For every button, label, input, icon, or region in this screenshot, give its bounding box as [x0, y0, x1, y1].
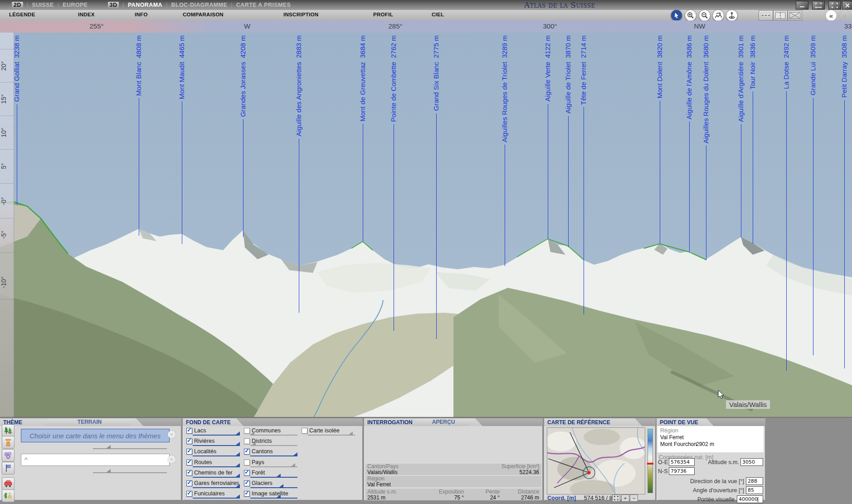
menu-légende[interactable]: LÉGENDE	[9, 12, 35, 17]
zoom-out-button[interactable]	[699, 10, 711, 21]
layer-opacity-slider[interactable]	[250, 466, 297, 467]
layer-checkbox[interactable]	[302, 428, 307, 434]
slider-handle[interactable]	[236, 431, 240, 435]
theme-icon-forest[interactable]	[2, 424, 15, 437]
layer-opacity-slider[interactable]	[193, 456, 240, 456]
layer-checkbox[interactable]	[186, 428, 192, 434]
slider-handle[interactable]	[236, 474, 240, 477]
slider-handle[interactable]	[252, 442, 256, 445]
history-forward-button[interactable]: »	[839, 10, 851, 21]
close-button[interactable]	[842, 1, 852, 10]
history-back-button[interactable]: «	[825, 10, 837, 21]
slider-handle[interactable]	[236, 484, 240, 487]
mode-carte-a-prismes[interactable]: CARTE A PRISMES	[236, 2, 291, 8]
theme-icon-communication[interactable]	[2, 489, 15, 502]
layer-opacity-slider[interactable]	[250, 435, 297, 436]
layer-opacity-slider[interactable]	[193, 498, 240, 499]
layer-opacity-slider[interactable]	[193, 435, 240, 436]
layer-opacity-slider[interactable]	[250, 456, 297, 456]
direction-input[interactable]: 288	[746, 477, 763, 485]
menu-comparaison[interactable]: COMPARAISON	[183, 12, 224, 17]
viewpoint-eye-button[interactable]	[726, 10, 738, 21]
tab-interrogation[interactable]: INTERROGATION	[367, 419, 413, 426]
layer-checkbox[interactable]	[186, 470, 192, 476]
slider-handle[interactable]	[107, 445, 111, 448]
theme-slider-1[interactable]	[93, 448, 167, 449]
layer-checkbox[interactable]	[186, 491, 192, 497]
close-view-button[interactable]	[788, 10, 802, 20]
layer-opacity-slider[interactable]	[250, 487, 297, 488]
tab-terrain[interactable]: TERRAIN	[43, 418, 136, 426]
slider-handle[interactable]	[349, 431, 353, 435]
layer-checkbox[interactable]	[244, 491, 250, 497]
slider-handle[interactable]	[236, 442, 240, 445]
slider-handle[interactable]	[236, 463, 240, 466]
menu-index[interactable]: INDEX	[78, 12, 95, 17]
ns-input[interactable]: 79736	[669, 467, 695, 475]
layer-checkbox[interactable]	[244, 460, 250, 465]
slider-handle[interactable]	[236, 452, 240, 456]
single-view-layout-button[interactable]	[759, 10, 773, 20]
slider-handle[interactable]	[277, 474, 281, 477]
slider-handle[interactable]	[107, 469, 111, 472]
pointer-tool-button[interactable]	[671, 10, 682, 21]
layer-checkbox[interactable]	[186, 449, 192, 455]
theme-icon-tourism[interactable]	[2, 436, 15, 449]
slider-handle[interactable]	[277, 494, 281, 498]
layer-checkbox[interactable]	[186, 480, 192, 486]
layer-opacity-slider[interactable]	[308, 435, 355, 436]
visual-range-input[interactable]: 400000	[737, 495, 763, 503]
layer-checkbox[interactable]	[244, 449, 250, 455]
theme-search-input[interactable]: ^	[21, 454, 170, 466]
mode-bloc-diagramme[interactable]: BLOC-DIAGRAMME	[171, 2, 228, 8]
mode-panorama[interactable]: PANORAMA	[128, 2, 162, 8]
layer-opacity-slider[interactable]	[193, 477, 240, 478]
menu-info[interactable]: INFO	[135, 12, 148, 17]
restore-button[interactable]	[828, 1, 841, 10]
menu-inscription[interactable]: INSCRIPTION	[283, 12, 318, 17]
layer-opacity-slider[interactable]	[250, 477, 297, 478]
slider-handle[interactable]	[279, 484, 283, 487]
menu-ciel[interactable]: CIEL	[432, 12, 444, 17]
maximize-button[interactable]	[812, 1, 825, 10]
layer-opacity-slider[interactable]	[193, 466, 240, 467]
clear-search-button[interactable]: ×	[168, 456, 175, 463]
oe-input[interactable]: 576354	[669, 458, 695, 466]
layer-opacity-slider[interactable]	[250, 498, 297, 499]
panorama-3d-view[interactable]	[0, 33, 852, 417]
mode-europe[interactable]: EUROPE	[63, 2, 88, 8]
layer-opacity-slider[interactable]	[250, 445, 297, 446]
layer-checkbox[interactable]	[244, 470, 250, 476]
tab-apercu[interactable]: APERÇU	[412, 418, 475, 426]
mode-suisse[interactable]: SUISSE	[32, 2, 54, 8]
map-zoom-out-button[interactable]: −	[630, 494, 638, 502]
split-view-layout-button[interactable]	[773, 10, 788, 20]
layer-checkbox[interactable]	[244, 428, 250, 434]
theme-icon-politics[interactable]	[2, 462, 15, 475]
slider-handle[interactable]	[236, 494, 240, 498]
menu-profil[interactable]: PROFIL	[373, 12, 393, 17]
layer-checkbox[interactable]	[244, 438, 250, 444]
aperture-input[interactable]: 85	[746, 486, 763, 494]
theme-slider-2[interactable]	[93, 472, 167, 473]
layer-opacity-slider[interactable]	[193, 487, 240, 488]
map-zoom-in-button[interactable]: +	[621, 494, 629, 502]
layer-checkbox[interactable]	[186, 438, 192, 444]
altitude-input[interactable]: 3050	[740, 458, 763, 466]
layer-checkbox[interactable]	[244, 480, 250, 486]
layer-opacity-slider[interactable]	[193, 445, 240, 446]
minimize-button[interactable]	[796, 1, 808, 10]
theme-select-field[interactable]: Choisir une carte dans le menu des thème…	[21, 429, 170, 442]
theme-icon-transport[interactable]	[2, 477, 15, 490]
clear-theme-button[interactable]: ×	[168, 431, 175, 438]
redraw-view-button[interactable]	[712, 10, 724, 21]
reference-minimap[interactable]	[547, 427, 645, 494]
fit-extent-button[interactable]	[612, 494, 620, 502]
slider-handle[interactable]	[291, 463, 295, 466]
slider-handle[interactable]	[293, 452, 297, 456]
zoom-in-button[interactable]	[685, 10, 696, 21]
mode-3d[interactable]: 3D	[108, 2, 119, 9]
theme-icon-services[interactable]	[2, 449, 15, 462]
layer-checkbox[interactable]	[186, 460, 192, 465]
slider-handle[interactable]	[250, 431, 254, 435]
